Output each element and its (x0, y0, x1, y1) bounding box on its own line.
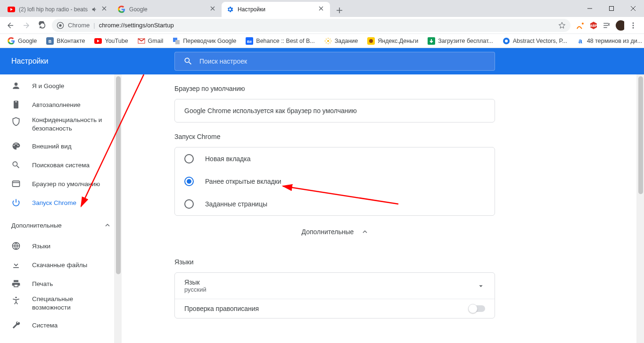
chevron-up-icon (105, 222, 110, 228)
vk-icon: B (46, 37, 54, 45)
sidebar-item-browser[interactable]: Браузер по умолчанию (0, 174, 122, 193)
sidebar-item-print[interactable]: Печать (0, 274, 122, 293)
default-browser-card: Google Chrome используется как браузер п… (174, 99, 495, 122)
omnibox-prefix: Chrome (68, 22, 90, 29)
sidebar-item-label: Автозаполнение (32, 101, 81, 108)
sidebar-item-power[interactable]: Запуск Chrome (0, 193, 122, 212)
bookmark-item[interactable]: Переводчик Google (169, 35, 240, 47)
bookmark-item[interactable]: Gmail (134, 35, 167, 47)
reading-list-icon[interactable] (603, 21, 611, 30)
audio-icon[interactable] (91, 6, 98, 13)
sidebar-item-shield[interactable]: Конфиденциальность ибезопасность (0, 114, 122, 137)
bookmarks-bar: Google BВКонтакте YouTube Gmail Переводч… (0, 34, 644, 48)
sidebar-item-label: Скачанные файлы (32, 261, 87, 269)
svg-point-7 (616, 20, 624, 31)
back-button[interactable] (4, 19, 17, 32)
section-title-default-browser: Браузер по умолчанию (174, 74, 495, 99)
translate-icon (173, 37, 180, 45)
svg-point-21 (369, 39, 373, 43)
new-tab-button[interactable] (333, 4, 346, 17)
bookmark-item[interactable]: Google (4, 35, 41, 47)
radio-label: Ранее открытые вкладки (205, 178, 281, 185)
yandex-icon (367, 37, 375, 45)
abstract-icon (503, 37, 510, 45)
sidebar-item-label: Конфиденциальность ибезопасность (32, 116, 102, 133)
browser-tab[interactable]: Google (113, 2, 222, 17)
spellcheck-toggle[interactable] (469, 305, 485, 312)
sidebar-item-label: Система (32, 322, 58, 329)
radio-button[interactable] (184, 199, 194, 209)
startup-option[interactable]: Ранее открытые вкладки (175, 170, 495, 193)
svg-point-10 (633, 27, 634, 28)
bookmark-item[interactable]: YouTube (91, 35, 132, 47)
sidebar-item-label: Печать (32, 280, 53, 287)
close-window-button[interactable] (622, 0, 644, 17)
sidebar-item-wrench[interactable]: Система (0, 316, 122, 335)
search-icon (183, 57, 193, 66)
browser-tabstrip: (2) lofi hip hop radio - beats Google На… (0, 0, 644, 17)
svg-rect-26 (13, 181, 20, 187)
reload-button[interactable] (36, 19, 49, 32)
sidebar-item-accessibility[interactable]: Специальные возможности (0, 293, 122, 316)
sidebar-scrollbar[interactable] (114, 74, 122, 343)
tab-title: Настройки (238, 6, 315, 13)
close-icon[interactable] (319, 6, 325, 13)
maximize-button[interactable] (601, 0, 622, 17)
minimize-button[interactable] (579, 0, 601, 17)
browser-tab-active[interactable]: Настройки (222, 2, 330, 17)
svg-point-3 (59, 24, 61, 26)
browser-tab[interactable]: (2) lofi hip hop radio - beats (3, 2, 113, 17)
sidebar-item-label: Запуск Chrome (32, 199, 76, 206)
adblock-icon[interactable]: ABP (589, 21, 598, 30)
sidebar-advanced-header[interactable]: Дополнительные (0, 216, 122, 235)
tab-title: Google (129, 6, 206, 13)
startup-option[interactable]: Новая вкладка (175, 147, 495, 170)
content-scrollbar[interactable] (636, 74, 644, 343)
svg-text:Bē: Bē (247, 40, 252, 44)
language-row[interactable]: Язык русский (175, 273, 495, 299)
bookmark-item[interactable]: Abstract Vectors, P... (499, 35, 571, 47)
address-bar[interactable]: Chrome | chrome://settings/onStartup (52, 19, 570, 32)
spellcheck-label: Проверка правописания (184, 305, 259, 312)
radio-button[interactable] (184, 154, 194, 163)
advanced-toggle[interactable]: Дополнительные (174, 216, 495, 248)
person-icon (11, 81, 21, 90)
forward-button[interactable] (20, 19, 33, 32)
svg-point-19 (327, 40, 329, 42)
settings-search[interactable] (174, 52, 495, 71)
bookmark-item[interactable]: Задание (321, 35, 362, 47)
default-browser-text: Google Chrome используется как браузер п… (175, 99, 495, 122)
svg-rect-1 (610, 7, 614, 11)
sidebar-item-search[interactable]: Поисковая система (0, 155, 122, 174)
svg-text:B: B (49, 39, 52, 44)
svg-point-24 (505, 40, 508, 42)
profile-avatar[interactable] (616, 21, 624, 30)
close-icon[interactable] (210, 6, 217, 13)
sidebar-item-person[interactable]: Я и Google (0, 76, 122, 95)
clipboard-icon (11, 100, 21, 109)
bookmark-item[interactable]: Яндекс.Деньги (363, 35, 422, 47)
download-icon (11, 260, 21, 270)
sidebar-item-globe[interactable]: Языки (0, 237, 122, 255)
extension-icon[interactable] (576, 21, 585, 30)
search-input[interactable] (199, 57, 486, 65)
sidebar-item-palette[interactable]: Внешний вид (0, 137, 122, 155)
startup-option[interactable]: Заданные страницы (175, 193, 495, 215)
sidebar-item-download[interactable]: Скачанные файлы (0, 255, 122, 274)
spellcheck-row[interactable]: Проверка правописания (175, 299, 495, 318)
bookmark-item[interactable]: Загрузите бесплат... (424, 35, 497, 47)
sidebar-item-label: Специальные возможности (32, 295, 110, 312)
menu-button[interactable] (629, 21, 637, 30)
star-icon[interactable] (558, 22, 566, 29)
close-icon[interactable] (102, 6, 108, 13)
gmail-icon (138, 37, 145, 45)
svg-point-8 (633, 22, 634, 24)
browser-icon (11, 179, 21, 188)
svg-point-28 (15, 297, 17, 298)
sidebar-item-clipboard[interactable]: Автозаполнение (0, 95, 122, 114)
radio-button[interactable] (184, 177, 194, 186)
bookmark-item[interactable]: BВКонтакте (42, 35, 89, 47)
bookmark-item[interactable]: BēBehance :: Best of B... (242, 35, 318, 47)
bookmark-item[interactable]: a48 терминов из ди... (573, 35, 644, 47)
settings-title: Настройки (0, 57, 122, 65)
